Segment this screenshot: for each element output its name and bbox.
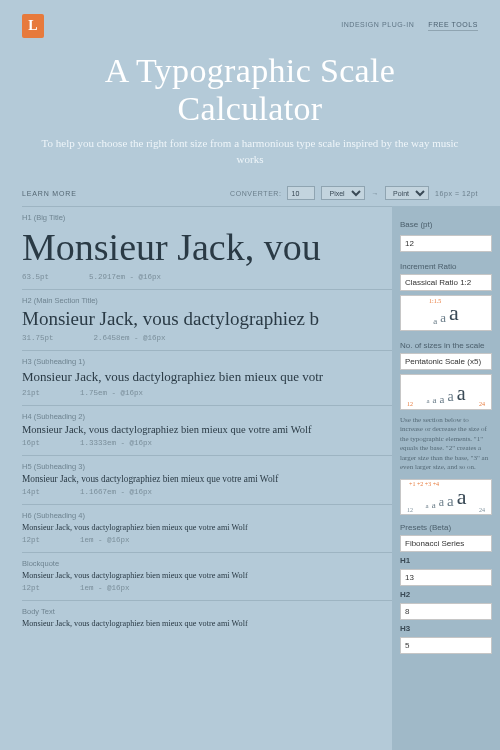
scale-item-meta: 63.5pt5.2917em - @16px (22, 273, 392, 281)
scale-item-pt: 12pt (22, 536, 40, 544)
scale-item-em: 1.3333em - @16px (80, 439, 152, 447)
learn-more-link[interactable]: LEARN MORE (22, 190, 77, 197)
ratio-diagram: 1:1.5 a a a (400, 295, 492, 331)
scale-item-sample: Monsieur Jack, vous dactylographiez bien… (22, 571, 392, 580)
scale-item-label: H2 (Main Section Title) (22, 296, 392, 305)
scale-item-sample: Monsieur Jack, vous dactylographiez b (22, 308, 392, 330)
scale-item: BlockquoteMonsieur Jack, vous dactylogra… (22, 552, 392, 600)
scale-item-sample: Monsieur Jack, vous dactylographiez bien… (22, 619, 392, 628)
hero: A Typographic Scale Calculator To help y… (0, 46, 500, 176)
preset-h2-label: H2 (400, 590, 492, 599)
scale-item-em: 5.2917em - @16px (89, 273, 161, 281)
scale-item-sample: Monsieur Jack, vou (22, 225, 392, 269)
preset-h1-input[interactable] (400, 569, 492, 586)
title-line-2: Calculator (177, 90, 322, 127)
preset-h3-input[interactable] (400, 637, 492, 654)
scale-item-sample: Monsieur Jack, vous dactylographiez bien… (22, 474, 392, 484)
converter-arrow-icon: → (371, 190, 379, 197)
scale-item-pt: 21pt (22, 389, 40, 397)
scale-item-em: 1em - @16px (80, 584, 130, 592)
scale-item: H1 (Big Title)Monsieur Jack, vou63.5pt5.… (22, 206, 392, 289)
scale-item: H4 (Subheading 2)Monsieur Jack, vous dac… (22, 405, 392, 455)
scale-item-label: H5 (Subheading 3) (22, 462, 392, 471)
unit-converter: CONVERTER: Pixel → Point 16px = 12pt (230, 186, 478, 200)
base-label: Base (pt) (400, 220, 492, 229)
presets-label: Presets (Beta) (400, 523, 492, 532)
scale-item-label: H3 (Subheading 1) (22, 357, 392, 366)
presets-select[interactable]: Fibonacci Series (400, 535, 492, 552)
scale-item-label: Blockquote (22, 559, 392, 568)
scale-item-meta: 31.75pt2.6458em - @16px (22, 334, 392, 342)
converter-from-select[interactable]: Pixel (321, 186, 365, 200)
scale-item-em: 1.75em - @16px (80, 389, 143, 397)
scale-item-pt: 31.75pt (22, 334, 54, 342)
scale-item-meta: 12pt1em - @16px (22, 584, 392, 592)
scale-item-meta: 14pt1.1667em - @16px (22, 488, 392, 496)
scale-item-sample: Monsieur Jack, vous dactylographiez bien… (22, 523, 392, 532)
scale-item: H3 (Subheading 1)Monsieur Jack, vous dac… (22, 350, 392, 405)
scale-item: H6 (Subheading 4)Monsieur Jack, vous dac… (22, 504, 392, 552)
logo[interactable]: L (22, 14, 44, 38)
help-text: Use the section below to increase or dec… (400, 416, 492, 473)
top-nav: INDESIGN PLUG-IN FREE TOOLS (341, 21, 478, 31)
title-line-1: A Typographic Scale (105, 52, 396, 89)
ratio-label: Increment Ratio (400, 262, 492, 271)
converter-input[interactable] (287, 186, 315, 200)
scale-item-em: 1.1667em - @16px (80, 488, 152, 496)
scale-item-label: Body Text (22, 607, 392, 616)
scale-item-meta: 16pt1.3333em - @16px (22, 439, 392, 447)
scale-item-pt: 14pt (22, 488, 40, 496)
scale-item: H2 (Main Section Title)Monsieur Jack, vo… (22, 289, 392, 350)
page-title: A Typographic Scale Calculator (30, 52, 470, 128)
base-input[interactable] (400, 235, 492, 252)
scale-item-sample: Monsieur Jack, vous dactylographiez bien… (22, 369, 392, 385)
scale-item-em: 1em - @16px (80, 536, 130, 544)
sizes-diagram: a a a a a 12 24 (400, 374, 492, 410)
scale-item-sample: Monsieur Jack, vous dactylographiez bien… (22, 424, 392, 435)
nav-tools-link[interactable]: FREE TOOLS (428, 21, 478, 31)
scale-item-pt: 16pt (22, 439, 40, 447)
converter-to-select[interactable]: Point (385, 186, 429, 200)
page-subtitle: To help you choose the right font size f… (30, 136, 470, 168)
sizes-label: No. of sizes in the scale (400, 341, 492, 350)
scale-item-pt: 12pt (22, 584, 40, 592)
scale-item-label: H4 (Subheading 2) (22, 412, 392, 421)
scale-item-label: H1 (Big Title) (22, 213, 392, 222)
index-diagram: +1 +2 +3 +4 a a a a a 12 24 (400, 479, 492, 515)
scale-item-meta: 21pt1.75em - @16px (22, 389, 392, 397)
scale-item-pt: 63.5pt (22, 273, 49, 281)
preset-h3-label: H3 (400, 624, 492, 633)
converter-label: CONVERTER: (230, 190, 281, 197)
preset-h1-label: H1 (400, 556, 492, 565)
scale-item-label: H6 (Subheading 4) (22, 511, 392, 520)
ratio-select[interactable]: Classical Ratio 1:2 (400, 274, 492, 291)
scale-samples-list: H1 (Big Title)Monsieur Jack, vou63.5pt5.… (22, 206, 392, 636)
scale-item-meta: 12pt1em - @16px (22, 536, 392, 544)
scale-item: H5 (Subheading 3)Monsieur Jack, vous dac… (22, 455, 392, 504)
converter-result: 16px = 12pt (435, 190, 478, 197)
scale-item-em: 2.6458em - @16px (94, 334, 166, 342)
controls-panel: Base (pt) Increment Ratio Classical Rati… (392, 206, 500, 750)
nav-plugin-link[interactable]: INDESIGN PLUG-IN (341, 21, 414, 31)
sizes-select[interactable]: Pentatonic Scale (x5) (400, 353, 492, 370)
scale-item: Body TextMonsieur Jack, vous dactylograp… (22, 600, 392, 636)
preset-h2-input[interactable] (400, 603, 492, 620)
